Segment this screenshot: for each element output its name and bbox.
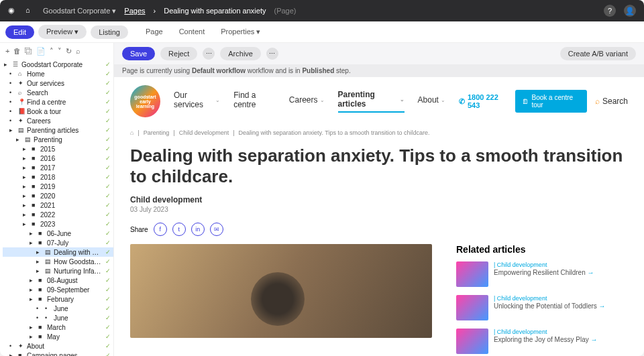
tree-node[interactable]: ▸■09-September✓ [3,285,113,294]
search-tree-icon[interactable]: ⌕ [76,47,80,56]
bc-parenting[interactable]: Parenting [144,129,170,136]
tree-node[interactable]: ••June✓ [3,313,113,322]
tree-node[interactable]: •📕Book a tour✓ [3,107,113,116]
tree-node[interactable]: ▸■2020✓ [3,191,113,200]
tree-node[interactable]: •✦Our services✓ [3,78,113,88]
expand-icon[interactable]: ▸ [30,239,36,246]
nav-parenting[interactable]: Parenting articles⌄ [338,90,405,113]
expand-icon[interactable]: ▸ [30,324,36,331]
expand-icon[interactable]: ▸ [30,286,36,293]
nav-find[interactable]: Find a centre [233,90,276,113]
nav-careers[interactable]: Careers⌄ [289,90,325,113]
expand-icon[interactable]: • [36,305,43,312]
expand-icon[interactable]: ▸ [36,268,43,274]
tree-root[interactable]: ▸☰Goodstart Corporate✓ [3,60,113,69]
tree-node[interactable]: ▸■2021✓ [3,200,113,210]
tree-node[interactable]: ▸■2017✓ [3,163,113,172]
help-icon[interactable]: ? [604,5,616,17]
listing-tab[interactable]: Listing [91,25,128,39]
copy-icon[interactable]: ⿻ [25,47,32,56]
email-icon[interactable]: ✉ [210,223,223,236]
expand-icon[interactable]: • [36,314,43,321]
archive-button[interactable]: Archive [220,47,261,60]
phone-link[interactable]: ✆1800 222 543 [459,93,508,109]
site-logo[interactable]: goodstart early learning [130,85,160,117]
tree-node[interactable]: ••June✓ [3,304,113,313]
nav-about[interactable]: About⌄ [418,90,445,113]
expand-icon[interactable]: ▸ [30,333,36,340]
twitter-icon[interactable]: t [172,223,186,236]
tree-node[interactable]: ▸■Campaign pages✓ [3,351,113,356]
ab-variant-button[interactable]: Create A/B variant [560,47,636,60]
expand-icon[interactable]: ▸ [23,192,30,199]
expand-icon[interactable]: • [9,99,16,105]
tree-node[interactable]: ▸■07-July✓ [3,238,113,247]
expand-icon[interactable]: ▸ [23,164,30,171]
expand-icon[interactable]: ▸ [23,211,30,218]
content-tab[interactable]: Content [179,27,205,36]
trash-icon[interactable]: 🗑 [13,47,21,56]
expand-icon[interactable]: • [9,117,16,124]
linkedin-icon[interactable]: in [191,223,205,236]
expand-icon[interactable]: ▸ [36,258,43,265]
save-button[interactable]: Save [122,47,155,60]
refresh-icon[interactable]: ↻ [66,47,72,56]
tree-node[interactable]: ▸■May✓ [3,332,113,341]
expand-icon[interactable]: ▸ [30,230,36,237]
related-item[interactable]: | Child developmentEmpowering Resilient … [456,261,628,287]
preview-tab[interactable]: Preview ▾ [38,25,87,39]
tree-node[interactable]: •📍Find a centre✓ [3,97,113,107]
tree-node[interactable]: ▸■2015✓ [3,144,113,154]
expand-icon[interactable]: • [9,108,16,115]
archive-more-icon[interactable]: ⋯ [266,48,278,60]
reject-button[interactable]: Reject [160,47,197,60]
reject-more-icon[interactable]: ⋯ [203,48,215,60]
expand-icon[interactable]: ▸ [9,352,16,356]
user-avatar-icon[interactable]: 👤 [624,5,636,17]
related-item[interactable]: | Child developmentExploring the Joy of … [456,329,628,354]
add-icon[interactable]: + [5,47,9,56]
tree-node[interactable]: ▸■February✓ [3,294,113,304]
tree-node[interactable]: ▸▤Nurturing Infants' Le✓ [3,266,113,276]
up-icon[interactable]: ˄ [50,47,54,56]
tree-node[interactable]: •⌂Home✓ [3,69,113,78]
expand-icon[interactable]: ▸ [23,155,30,162]
tree-node[interactable]: ▸▤Parenting articles✓ [3,125,113,135]
tree-node[interactable]: ▸■2022✓ [3,210,113,219]
tree-node[interactable]: ▸■06-June✓ [3,229,113,238]
expand-icon[interactable]: ▸ [36,249,43,255]
tree-node[interactable]: ▸■2018✓ [3,172,113,182]
tree-node[interactable]: ▸▤How Goodstart can✓ [3,257,113,266]
expand-icon[interactable]: • [9,343,16,349]
facebook-icon[interactable]: f [154,223,167,236]
expand-icon[interactable]: ▸ [30,277,36,284]
home-bc-icon[interactable]: ⌂ [130,129,133,136]
expand-icon[interactable]: ▸ [9,127,16,133]
breadcrumb-pages[interactable]: Pages [124,7,145,15]
tree-node[interactable]: ▸■2023✓ [3,219,113,229]
tree-node[interactable]: ▸■2019✓ [3,182,113,191]
down-icon[interactable]: ˅ [58,47,62,56]
expand-icon[interactable]: ▸ [23,221,30,227]
related-item[interactable]: | Child developmentUnlocking the Potenti… [456,295,628,320]
tree-node[interactable]: •✦About✓ [3,341,113,351]
tree-node[interactable]: ▸▤Parenting✓ [3,135,113,144]
nav-services[interactable]: Our services⌄ [174,90,220,113]
edit-tab[interactable]: Edit [5,25,34,39]
expand-icon[interactable]: • [9,89,16,96]
expand-icon[interactable]: ▸ [23,145,30,152]
search-button[interactable]: ⌕Search [595,97,628,106]
tree-node[interactable]: ▸■08-August✓ [3,276,113,285]
expand-icon[interactable]: ▸ [30,296,36,302]
tree-node[interactable]: ▸■2016✓ [3,154,113,163]
home-icon[interactable]: ⌂ [25,6,35,15]
expand-icon[interactable]: ▸ [16,136,23,143]
tree-node[interactable]: •✦Careers✓ [3,116,113,125]
tree-node[interactable]: •⌕Search✓ [3,88,113,97]
page-tab[interactable]: Page [146,27,163,36]
properties-tab[interactable]: Properties ▾ [221,27,260,36]
expand-icon[interactable]: ▸ [23,202,30,209]
expand-icon[interactable]: • [9,80,16,86]
expand-icon[interactable]: ▸ [23,174,30,180]
bc-category[interactable]: Child development [179,129,229,136]
